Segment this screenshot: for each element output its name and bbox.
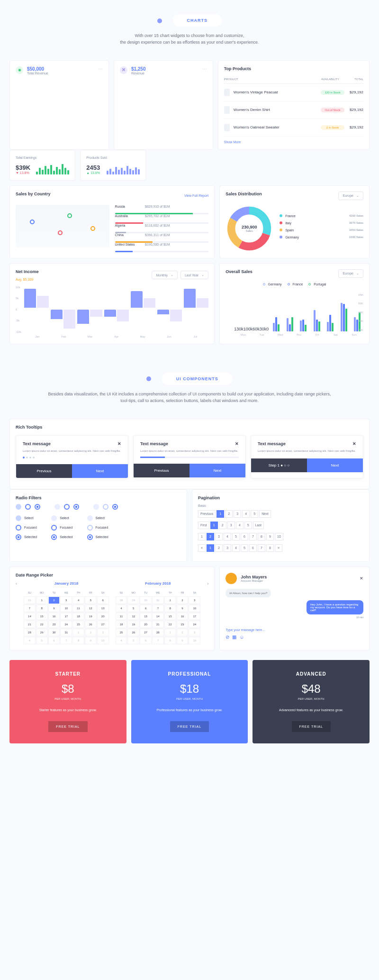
cal-day[interactable]: 4 xyxy=(116,637,127,644)
cal-day[interactable]: 10 xyxy=(189,637,200,644)
cal-day[interactable]: 26 xyxy=(127,629,139,636)
page-num[interactable]: 3 xyxy=(227,522,235,529)
page-num[interactable]: 2 xyxy=(225,510,233,518)
page-prev-icon[interactable]: « xyxy=(198,544,206,552)
next-month-icon[interactable]: › xyxy=(207,581,208,586)
radio[interactable] xyxy=(93,504,99,510)
radio[interactable] xyxy=(54,504,60,510)
more-icon[interactable]: ⋯ xyxy=(202,66,207,72)
page-num[interactable]: 1 xyxy=(217,510,224,518)
page-num[interactable]: 5 xyxy=(232,533,240,540)
cal-day[interactable]: 18 xyxy=(116,621,127,628)
page-prev[interactable]: Previous xyxy=(198,510,216,518)
cal-day[interactable]: 22 xyxy=(164,621,176,628)
cal-day[interactable]: 20 xyxy=(140,621,152,628)
radio[interactable] xyxy=(25,504,31,510)
cal-day[interactable]: 15 xyxy=(36,613,48,620)
attach-icon[interactable]: ⊘ xyxy=(226,634,229,640)
page-num[interactable]: 2 xyxy=(207,533,214,540)
radio[interactable] xyxy=(87,515,93,521)
cal-day[interactable]: 3 xyxy=(60,596,72,604)
cal-day[interactable]: 31 xyxy=(152,596,164,604)
cal-day[interactable]: 11 xyxy=(72,604,84,612)
page-num[interactable]: 5 xyxy=(251,510,258,518)
page-num[interactable]: 7 xyxy=(249,533,257,540)
cal-day[interactable]: 3 xyxy=(189,596,200,604)
radio[interactable] xyxy=(16,515,21,521)
page-num[interactable]: 10 xyxy=(275,533,283,540)
emoji-icon[interactable]: ☺ xyxy=(239,634,244,640)
cal-day[interactable]: 3 xyxy=(97,629,109,636)
cal-day[interactable]: 19 xyxy=(127,621,139,628)
cal-day[interactable]: 12 xyxy=(85,604,97,612)
prev-button[interactable]: Previous xyxy=(134,464,190,477)
radio[interactable] xyxy=(64,504,70,510)
cal-day[interactable]: 4 xyxy=(72,596,84,604)
cal-day[interactable]: 30 xyxy=(140,596,152,604)
page-num[interactable]: 3 xyxy=(234,510,241,518)
cal-day[interactable]: 5 xyxy=(127,637,139,644)
page-next-icon[interactable]: » xyxy=(275,544,282,552)
cal-day[interactable]: 3 xyxy=(189,629,200,636)
cal-day[interactable]: 7 xyxy=(60,637,72,644)
cal-day[interactable]: 2 xyxy=(85,629,97,636)
radio[interactable] xyxy=(51,515,57,521)
cal-day[interactable]: 14 xyxy=(24,613,36,620)
cal-day[interactable]: 1 xyxy=(164,629,176,636)
page-num[interactable]: 1 xyxy=(198,533,206,540)
cal-day[interactable]: 26 xyxy=(85,621,97,628)
cal-day[interactable]: 22 xyxy=(36,621,48,628)
page-num[interactable]: 2 xyxy=(219,522,226,529)
region-select[interactable]: Europe⌄ xyxy=(338,269,363,278)
cal-day[interactable]: 7 xyxy=(152,637,164,644)
cal-day[interactable]: 2 xyxy=(48,596,60,604)
cal-day[interactable]: 29 xyxy=(127,596,139,604)
cal-day[interactable]: 6 xyxy=(140,637,152,644)
cal-day[interactable]: 7 xyxy=(152,604,164,612)
cal-day[interactable]: 5 xyxy=(36,637,48,644)
page-num[interactable]: 2 xyxy=(215,544,223,552)
page-num[interactable]: 5 xyxy=(244,522,252,529)
cal-day[interactable]: 4 xyxy=(116,604,127,612)
cal-day[interactable]: 12 xyxy=(127,613,139,620)
page-last[interactable]: Last xyxy=(253,522,264,529)
page-first[interactable]: First xyxy=(198,522,209,529)
cal-day[interactable]: 9 xyxy=(177,604,189,612)
cal-day[interactable]: 2 xyxy=(177,629,189,636)
radio[interactable] xyxy=(112,504,118,510)
cal-day[interactable]: 6 xyxy=(97,596,109,604)
cal-day[interactable]: 10 xyxy=(97,637,109,644)
cal-day[interactable]: 17 xyxy=(189,613,200,620)
page-num[interactable]: 1 xyxy=(210,522,218,529)
cal-day[interactable]: 28 xyxy=(24,629,36,636)
cal-day[interactable]: 10 xyxy=(189,604,200,612)
show-more-link[interactable]: Show More xyxy=(224,140,363,144)
cal-day[interactable]: 27 xyxy=(140,629,152,636)
next-button[interactable]: Next xyxy=(307,458,363,472)
radio[interactable] xyxy=(87,534,93,540)
image-icon[interactable]: ▦ xyxy=(232,634,236,640)
cal-day[interactable]: 7 xyxy=(24,604,36,612)
next-button[interactable]: Next xyxy=(190,464,245,477)
radio[interactable] xyxy=(16,525,21,531)
cal-day[interactable]: 8 xyxy=(72,637,84,644)
page-num[interactable]: 3 xyxy=(224,544,231,552)
cal-day[interactable]: 5 xyxy=(127,604,139,612)
close-icon[interactable]: ✕ xyxy=(235,441,239,446)
free-trial-button[interactable]: FREE TRIAL xyxy=(48,721,87,732)
cal-day[interactable]: 6 xyxy=(48,637,60,644)
cal-day[interactable]: 24 xyxy=(189,621,200,628)
cal-day[interactable]: 8 xyxy=(164,637,176,644)
cal-day[interactable]: 6 xyxy=(140,604,152,612)
cal-day[interactable]: 16 xyxy=(177,613,189,620)
page-num[interactable]: 8 xyxy=(266,544,274,552)
page-num[interactable]: 6 xyxy=(241,533,248,540)
cal-day[interactable]: 8 xyxy=(164,604,176,612)
page-next[interactable]: Next xyxy=(259,510,271,518)
page-num[interactable]: 4 xyxy=(232,544,240,552)
view-report-link[interactable]: View Full Report xyxy=(184,194,208,197)
cal-day[interactable]: 25 xyxy=(72,621,84,628)
page-num[interactable]: 4 xyxy=(224,533,231,540)
cal-day[interactable]: 1 xyxy=(36,596,48,604)
cal-day[interactable]: 31 xyxy=(60,629,72,636)
